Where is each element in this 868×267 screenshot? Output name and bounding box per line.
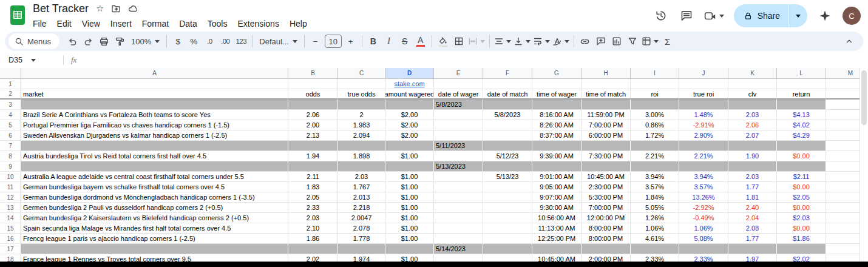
- cell-D9[interactable]: [385, 161, 434, 172]
- move-to-folder-icon[interactable]: [111, 4, 121, 13]
- cloud-status-icon[interactable]: [128, 4, 138, 13]
- cell-L8[interactable]: $0.00: [777, 151, 826, 161]
- cell-C16[interactable]: 1.778: [338, 234, 385, 244]
- undo-button[interactable]: [64, 33, 80, 49]
- cell-L7[interactable]: [777, 141, 826, 151]
- cell-B12[interactable]: 2.05: [288, 192, 338, 203]
- cell-C11[interactable]: 1.767: [338, 182, 385, 192]
- cell-F1[interactable]: [483, 79, 532, 89]
- vertical-scrollbar[interactable]: [860, 68, 868, 262]
- cell-I10[interactable]: 3.94%: [631, 172, 679, 182]
- cell-F9[interactable]: [483, 161, 532, 172]
- cell-E14[interactable]: [434, 213, 483, 223]
- cell-D2[interactable]: amount wagered: [385, 89, 434, 100]
- cell-L4[interactable]: $4.13: [777, 110, 826, 120]
- bold-button[interactable]: B: [365, 33, 381, 49]
- strikethrough-button[interactable]: S: [397, 33, 413, 49]
- cell-D13[interactable]: $1.00: [385, 203, 434, 213]
- cell-H10[interactable]: 10:45:00 AM: [581, 172, 631, 182]
- cell-E1[interactable]: [434, 79, 483, 89]
- cell-I5[interactable]: 0.86%: [631, 120, 679, 130]
- cell-B5[interactable]: 2.00: [288, 120, 338, 130]
- cell-I16[interactable]: 4.61%: [631, 234, 679, 244]
- cell-F15[interactable]: [483, 223, 532, 234]
- cell-G9[interactable]: [532, 161, 581, 172]
- cell-L13[interactable]: $0.00: [777, 203, 826, 213]
- document-title[interactable]: Bet Tracker: [33, 2, 89, 15]
- text-color-button[interactable]: A: [413, 33, 429, 49]
- column-header-C[interactable]: C: [338, 68, 385, 79]
- cell-G10[interactable]: 9:01:00 AM: [532, 172, 581, 182]
- cell-H4[interactable]: 11:59:00 PM: [581, 110, 631, 120]
- cell-B13[interactable]: 2.33: [288, 203, 338, 213]
- cell-D10[interactable]: $1.00: [385, 172, 434, 182]
- cell-D5[interactable]: $2.00: [385, 120, 434, 130]
- column-header-A[interactable]: A: [21, 68, 288, 79]
- scrollbar-thumb[interactable]: [861, 70, 867, 125]
- menu-help[interactable]: Help: [290, 19, 307, 29]
- cell-J10[interactable]: 3.94%: [679, 172, 728, 182]
- cell-J9[interactable]: [679, 161, 728, 172]
- cell-A8[interactable]: Austria bundesliga Tirol vs Reid total c…: [21, 151, 288, 161]
- cell-H1[interactable]: [581, 79, 631, 89]
- cell-A14[interactable]: German bundesliga 2 Kaiserslautern vs Bi…: [21, 213, 288, 223]
- cell-K11[interactable]: 1.77: [728, 182, 777, 192]
- cell-H16[interactable]: 8:00:00 PM: [581, 234, 631, 244]
- cell-C17[interactable]: [338, 244, 385, 254]
- cell-A15[interactable]: Spain secunda liga Malage vs Mirandes fi…: [21, 223, 288, 234]
- row-header-16[interactable]: 16: [0, 234, 21, 244]
- cell-G13[interactable]: 9:30:00 AM: [532, 203, 581, 213]
- cell-D15[interactable]: $1.00: [385, 223, 434, 234]
- cell-H9[interactable]: [581, 161, 631, 172]
- cell-E15[interactable]: [434, 223, 483, 234]
- cell-J15[interactable]: 1.06%: [679, 223, 728, 234]
- cell-F14[interactable]: [483, 213, 532, 223]
- row-header-2[interactable]: 2: [0, 89, 21, 100]
- sheets-logo-icon[interactable]: [10, 4, 27, 26]
- cell-F8[interactable]: 5/12/23: [483, 151, 532, 161]
- more-formats-button[interactable]: 123: [233, 33, 249, 49]
- formula-input[interactable]: [76, 52, 868, 68]
- cell-A1[interactable]: [21, 79, 288, 89]
- cell-B6[interactable]: 2.13: [288, 130, 338, 141]
- cell-J16[interactable]: 5.08%: [679, 234, 728, 244]
- column-header-L[interactable]: L: [777, 68, 826, 79]
- cell-A3[interactable]: [21, 100, 288, 110]
- cell-C14[interactable]: 2.0047: [338, 213, 385, 223]
- cell-K10[interactable]: 2.03: [728, 172, 777, 182]
- cell-H17[interactable]: [581, 244, 631, 254]
- cell-B7[interactable]: [288, 141, 338, 151]
- insert-chart-button[interactable]: [609, 33, 625, 49]
- cell-D14[interactable]: $1.00: [385, 213, 434, 223]
- row-header-14[interactable]: 14: [0, 213, 21, 223]
- cell-F10[interactable]: 5/13/23: [483, 172, 532, 182]
- cell-I13[interactable]: 5.05%: [631, 203, 679, 213]
- cell-F16[interactable]: [483, 234, 532, 244]
- cell-A11[interactable]: German bundesliga bayern vs schalke firs…: [21, 182, 288, 192]
- cell-D17[interactable]: [385, 244, 434, 254]
- cell-F12[interactable]: [483, 192, 532, 203]
- cell-K4[interactable]: 2.03: [728, 110, 777, 120]
- column-header-E[interactable]: E: [434, 68, 483, 79]
- cell-B3[interactable]: [288, 100, 338, 110]
- gemini-sparkle-icon[interactable]: [817, 8, 833, 24]
- cell-A7[interactable]: [21, 141, 288, 151]
- cell-B11[interactable]: 1.83: [288, 182, 338, 192]
- share-button[interactable]: Share: [734, 4, 807, 27]
- decrease-decimals-button[interactable]: .0: [202, 33, 217, 49]
- cell-C12[interactable]: 2.013: [338, 192, 385, 203]
- cell-K13[interactable]: 2.40: [728, 203, 777, 213]
- cell-I15[interactable]: 1.06%: [631, 223, 679, 234]
- cell-J13[interactable]: -2.92%: [679, 203, 728, 213]
- column-header-G[interactable]: G: [532, 68, 581, 79]
- cell-J8[interactable]: 2.21%: [679, 151, 728, 161]
- share-caret-icon[interactable]: [796, 15, 801, 18]
- select-all-corner[interactable]: [0, 68, 21, 79]
- cell-D16[interactable]: $1.00: [385, 234, 434, 244]
- cell-B1[interactable]: [288, 79, 338, 89]
- cell-C15[interactable]: 2.078: [338, 223, 385, 234]
- cell-G15[interactable]: 11:13:00 AM: [532, 223, 581, 234]
- cell-F7[interactable]: [483, 141, 532, 151]
- column-header-J[interactable]: J: [679, 68, 728, 79]
- cell-E9[interactable]: 5/13/2023: [434, 161, 483, 172]
